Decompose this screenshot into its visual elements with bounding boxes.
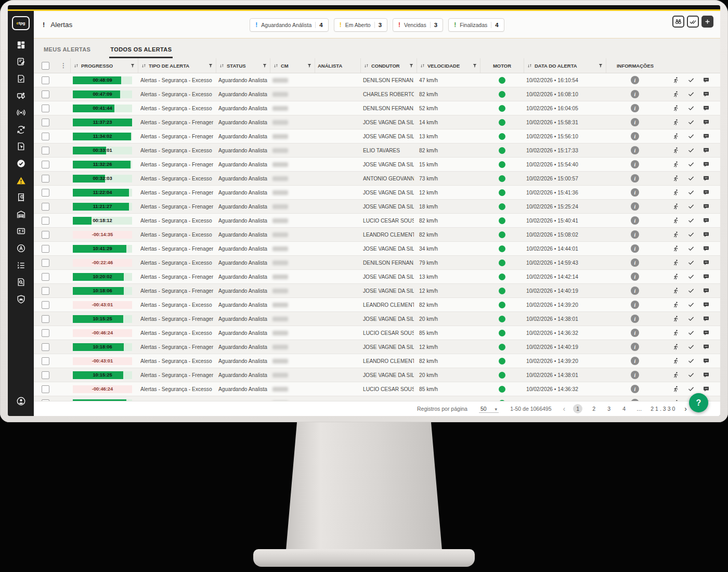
- table-row[interactable]: 00:18:12 Alertas - Segurança - Excesso d…: [34, 214, 720, 228]
- next-page-icon[interactable]: ›: [684, 405, 687, 413]
- dispatch-runner-icon[interactable]: [672, 133, 680, 140]
- tab-meus-alertas[interactable]: MEUS ALERTAS: [43, 46, 92, 58]
- approve-check-icon[interactable]: [687, 90, 695, 98]
- sidebar-item-alerts[interactable]: [8, 172, 34, 189]
- dispatch-runner-icon[interactable]: [672, 371, 680, 379]
- filter-icon[interactable]: [598, 63, 603, 68]
- comment-icon[interactable]: [703, 105, 710, 112]
- sort-icon[interactable]: [273, 63, 279, 69]
- sidebar-item-drivers[interactable]: [8, 223, 34, 240]
- comment-icon[interactable]: [703, 245, 710, 252]
- column-header-progresso[interactable]: PROGRESSO: [70, 58, 138, 73]
- sidebar-item-vehicle-security[interactable]: [8, 291, 34, 308]
- column-header-cm[interactable]: CM: [270, 58, 315, 73]
- multi-approve-button[interactable]: [687, 16, 699, 28]
- approve-check-icon[interactable]: [687, 175, 695, 182]
- sidebar-item-audit[interactable]: [8, 274, 34, 291]
- comment-icon[interactable]: [703, 343, 710, 350]
- info-icon[interactable]: i: [631, 287, 639, 295]
- dispatch-runner-icon[interactable]: [672, 161, 680, 168]
- info-icon[interactable]: i: [631, 174, 639, 183]
- comment-icon[interactable]: [703, 90, 710, 98]
- dispatch-runner-icon[interactable]: [672, 329, 680, 336]
- row-checkbox[interactable]: [42, 371, 49, 379]
- comment-icon[interactable]: [703, 385, 710, 393]
- add-button[interactable]: [701, 16, 713, 28]
- approve-check-icon[interactable]: [687, 161, 695, 168]
- sort-icon[interactable]: [73, 63, 79, 69]
- sort-icon[interactable]: [141, 63, 147, 69]
- sidebar-item-checklist[interactable]: [8, 257, 34, 274]
- column-header-velocidade[interactable]: VELOCIDADE: [417, 58, 480, 73]
- sidebar-item-documents[interactable]: [8, 70, 34, 87]
- column-header-tipo[interactable]: TIPO DE ALERTA: [138, 58, 216, 73]
- info-icon[interactable]: i: [631, 104, 639, 112]
- comment-icon[interactable]: [703, 315, 710, 322]
- column-header-data[interactable]: DATA DO ALERTA: [524, 58, 606, 73]
- info-icon[interactable]: i: [631, 118, 639, 126]
- filter-icon[interactable]: [262, 63, 267, 68]
- table-row[interactable]: 10:18:06 Alertas - Segurança - Frenagem …: [34, 340, 720, 354]
- search-button[interactable]: [672, 16, 684, 28]
- chip-vencidas[interactable]: ! Vencidas 3: [393, 18, 443, 32]
- column-header-condutor[interactable]: CONDUTOR: [360, 58, 417, 73]
- approve-check-icon[interactable]: [687, 329, 695, 336]
- sort-icon[interactable]: [420, 63, 425, 69]
- dispatch-runner-icon[interactable]: [672, 357, 680, 365]
- chip-em-aberto[interactable]: ! Em Aberto 3: [334, 18, 387, 32]
- dispatch-runner-icon[interactable]: [672, 245, 680, 252]
- info-icon[interactable]: i: [631, 90, 639, 98]
- row-checkbox[interactable]: [42, 161, 49, 168]
- filter-icon[interactable]: [409, 63, 414, 68]
- table-row[interactable]: 00:32:03 Alertas - Segurança - Excesso d…: [34, 172, 720, 186]
- approve-check-icon[interactable]: [687, 287, 695, 294]
- table-row[interactable]: -00:22:46 Alertas - Segurança - Excesso …: [34, 256, 720, 270]
- comment-icon[interactable]: [703, 371, 710, 379]
- table-row[interactable]: 00:47:09 Alertas - Segurança - Excesso d…: [34, 87, 720, 101]
- comment-icon[interactable]: [703, 161, 710, 168]
- sidebar-item-sync[interactable]: [8, 121, 34, 138]
- dispatch-runner-icon[interactable]: [672, 90, 680, 98]
- prev-page-icon[interactable]: ‹: [563, 405, 566, 413]
- row-checkbox[interactable]: [42, 329, 49, 337]
- table-row[interactable]: -00:14:35 Alertas - Segurança - Excesso …: [34, 228, 720, 242]
- approve-check-icon[interactable]: [687, 133, 695, 140]
- table-row[interactable]: 10:41:24 Alertas - Segurança - Frenagem …: [34, 396, 720, 401]
- comment-icon[interactable]: [703, 119, 710, 126]
- dispatch-runner-icon[interactable]: [672, 175, 680, 182]
- dispatch-runner-icon[interactable]: [672, 203, 680, 210]
- sort-icon[interactable]: [527, 63, 532, 69]
- chip-aguardando-an-lista[interactable]: ! Aguardando Análista 4: [250, 18, 328, 32]
- filter-icon[interactable]: [130, 63, 135, 68]
- approve-check-icon[interactable]: [687, 357, 695, 365]
- comment-icon[interactable]: [703, 259, 710, 266]
- row-checkbox[interactable]: [42, 259, 49, 267]
- row-checkbox[interactable]: [42, 357, 49, 365]
- comment-icon[interactable]: [703, 76, 710, 84]
- comment-icon[interactable]: [703, 175, 710, 182]
- info-icon[interactable]: i: [631, 244, 639, 253]
- row-checkbox[interactable]: [42, 119, 49, 126]
- approve-check-icon[interactable]: [687, 203, 695, 210]
- chip-finalizadas[interactable]: ! Finalizadas 4: [448, 18, 504, 32]
- comment-icon[interactable]: [703, 231, 710, 238]
- info-icon[interactable]: i: [631, 329, 639, 337]
- column-header-info[interactable]: INFORMAÇÕES: [606, 58, 664, 73]
- info-icon[interactable]: i: [631, 132, 639, 140]
- sidebar-item-fleet[interactable]: [8, 87, 34, 105]
- table-row[interactable]: -00:46:24 Alertas - Segurança - Excesso …: [34, 382, 720, 396]
- row-checkbox[interactable]: [42, 90, 49, 98]
- table-row[interactable]: 10:18:06 Alertas - Segurança - Frenagem …: [34, 284, 720, 298]
- kebab-menu-icon[interactable]: ⋮: [60, 62, 67, 69]
- row-checkbox[interactable]: [42, 273, 49, 281]
- info-icon[interactable]: i: [631, 385, 639, 393]
- info-icon[interactable]: i: [631, 357, 639, 365]
- comment-icon[interactable]: [703, 357, 710, 365]
- table-row[interactable]: 11:32:26 Alertas - Segurança - Frenagem …: [34, 158, 720, 172]
- info-icon[interactable]: i: [631, 272, 639, 281]
- column-header-analista[interactable]: ANÁLISTA: [315, 58, 360, 73]
- approve-check-icon[interactable]: [687, 105, 695, 112]
- approve-check-icon[interactable]: [687, 119, 695, 126]
- dispatch-runner-icon[interactable]: [672, 119, 680, 126]
- row-checkbox[interactable]: [42, 217, 49, 225]
